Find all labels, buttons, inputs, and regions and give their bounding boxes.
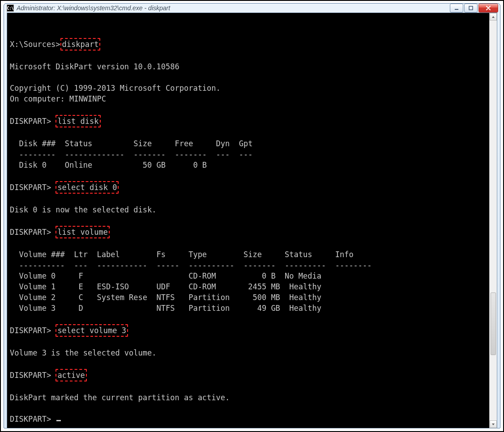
- cmd-list-disk-highlight: list disk: [56, 115, 100, 127]
- cmd-active-highlight: active: [56, 369, 86, 381]
- cmd-icon: C:\: [7, 4, 14, 12]
- line: [10, 73, 14, 82]
- scroll-thumb[interactable]: [491, 292, 496, 355]
- titlebar[interactable]: C:\ Administrator: X:\windows\system32\c…: [4, 4, 500, 13]
- line: [10, 404, 14, 413]
- chevron-up-icon: [491, 15, 495, 19]
- on-computer-line: On computer: MINWINPC: [10, 94, 106, 103]
- prompt-diskpart: DISKPART>: [10, 117, 51, 126]
- line: [10, 314, 14, 323]
- cmd-diskpart-highlight: diskpart: [60, 38, 101, 51]
- vertical-scrollbar[interactable]: [489, 13, 497, 428]
- client-area: X:\Sources>diskpart Microsoft DiskPart v…: [7, 13, 497, 428]
- volume-table-sep: ---------- --- ----------- ----- -------…: [10, 261, 372, 270]
- version-line: Microsoft DiskPart version 10.0.10586: [10, 62, 179, 71]
- screenshot-frame: C:\ Administrator: X:\windows\system32\c…: [0, 0, 504, 432]
- prompt-sources: X:\Sources>: [10, 40, 60, 49]
- scroll-up-button[interactable]: [490, 13, 497, 21]
- prompt-diskpart: DISKPART>: [10, 371, 51, 380]
- volume-table-row: Volume 3 D NTFS Partition 49 GB Healthy: [10, 304, 376, 313]
- close-icon: [486, 6, 491, 10]
- line: [10, 382, 14, 391]
- close-button[interactable]: [478, 4, 498, 13]
- cmd-select-disk-highlight: select disk 0: [56, 181, 119, 194]
- terminal[interactable]: X:\Sources>diskpart Microsoft DiskPart v…: [7, 13, 489, 428]
- line: [10, 51, 14, 60]
- prompt-diskpart: DISKPART>: [10, 228, 51, 237]
- disk-table-row: Disk 0 Online 50 GB 0 B: [10, 161, 257, 169]
- line: [10, 216, 14, 225]
- line: [10, 239, 14, 248]
- selected-volume-msg: Volume 3 is the selected volume.: [10, 348, 157, 357]
- volume-table-row: Volume 1 E ESD-ISO UDF CD-ROM 2455 MB He…: [10, 282, 376, 291]
- window-title: Administrator: X:\windows\system32\cmd.e…: [17, 4, 450, 12]
- line: [10, 28, 14, 37]
- disk-table-sep: -------- ------------- ------- ------- -…: [10, 150, 252, 159]
- active-msg: DiskPart marked the current partition as…: [10, 393, 230, 402]
- line: [10, 128, 14, 137]
- svg-rect-1: [469, 6, 473, 10]
- cmd-list-volume-highlight: list volume: [56, 226, 110, 238]
- copyright-line: Copyright (C) 1999-2013 Microsoft Corpor…: [10, 84, 221, 93]
- line: [10, 338, 14, 347]
- minimize-button[interactable]: [450, 4, 463, 13]
- scroll-down-button[interactable]: [490, 420, 497, 428]
- svg-rect-0: [455, 9, 458, 10]
- line: [10, 359, 14, 368]
- disk-table-header: Disk ### Status Size Free Dyn Gpt: [10, 139, 252, 148]
- prompt-diskpart: DISKPART>: [10, 326, 51, 335]
- chevron-down-icon: [491, 423, 495, 426]
- scroll-track[interactable]: [490, 21, 497, 420]
- terminal-wrap: X:\Sources>diskpart Microsoft DiskPart v…: [7, 13, 497, 428]
- selected-disk-msg: Disk 0 is now the selected disk.: [10, 205, 157, 214]
- line: [10, 171, 14, 180]
- line: [10, 105, 14, 114]
- cursor: [56, 420, 61, 421]
- cmd-select-volume-highlight: select volume 3: [56, 324, 128, 337]
- minimize-icon: [454, 6, 459, 10]
- line: [10, 195, 14, 203]
- prompt-diskpart: DISKPART>: [10, 183, 51, 192]
- prompt-diskpart: DISKPART>: [10, 415, 51, 424]
- volume-table-row: Volume 2 C System Rese NTFS Partition 50…: [10, 293, 376, 302]
- volume-table-row: Volume 0 F CD-ROM 0 B No Media: [10, 271, 372, 280]
- maximize-button[interactable]: [464, 4, 478, 13]
- cmd-window: C:\ Administrator: X:\windows\system32\c…: [4, 3, 500, 428]
- maximize-icon: [469, 6, 473, 10]
- window-buttons: [450, 4, 498, 13]
- volume-table-header: Volume ### Ltr Label Fs Type Size Status…: [10, 250, 354, 259]
